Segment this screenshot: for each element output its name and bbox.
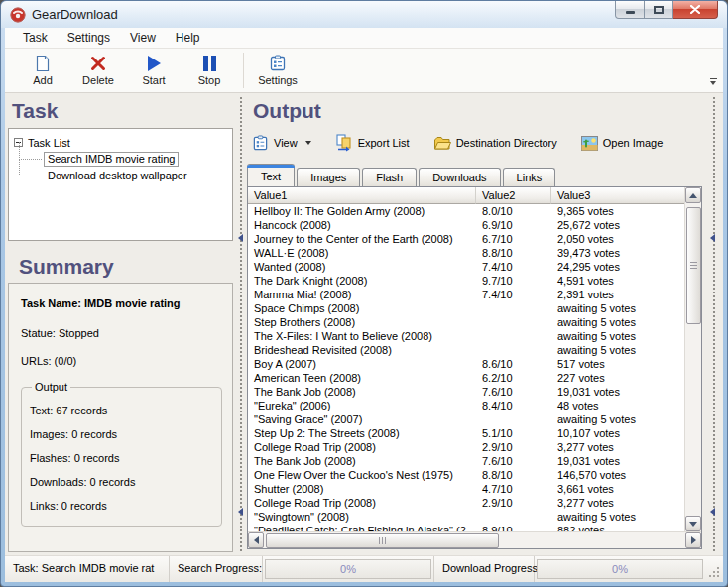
horizontal-scrollbar[interactable]: [248, 531, 701, 548]
close-button[interactable]: [673, 1, 718, 19]
table-row[interactable]: The X-Files: I Want to Believe (2008) aw…: [248, 329, 684, 343]
column-header-value2[interactable]: Value2: [476, 187, 551, 204]
cell-rating: 9.7/10: [476, 274, 551, 288]
pause-icon: [203, 55, 216, 72]
splitter-collapse-icon[interactable]: [238, 234, 243, 242]
maximize-button[interactable]: [645, 1, 673, 19]
horizontal-scroll-thumb[interactable]: [266, 533, 499, 548]
delete-button[interactable]: Delete: [70, 51, 126, 90]
table-row[interactable]: Hellboy II: The Golden Army (2008) 8.0/1…: [248, 204, 684, 218]
export-list-button[interactable]: Export List: [335, 134, 410, 152]
cell-title: Boy A (2007): [248, 357, 476, 371]
cell-title: Hellboy II: The Golden Army (2008): [248, 204, 476, 218]
column-header-value3[interactable]: Value3: [551, 187, 684, 204]
new-document-icon: [35, 55, 51, 72]
add-button[interactable]: Add: [15, 51, 70, 90]
chevron-down-icon: [305, 141, 311, 145]
splitter-collapse-icon[interactable]: [238, 508, 243, 516]
table-row[interactable]: Wanted (2008) 7.4/10 24,295 votes: [248, 260, 684, 274]
table-row[interactable]: American Teen (2008) 6.2/10 227 votes: [248, 371, 684, 385]
cell-rating: 8.6/10: [476, 357, 551, 371]
destination-directory-button[interactable]: Destination Directory: [433, 136, 557, 151]
table-row[interactable]: Hancock (2008) 6.9/10 25,672 votes: [248, 218, 684, 232]
toolbar-overflow-chevron[interactable]: [705, 73, 721, 89]
panel-splitter[interactable]: [236, 93, 246, 555]
table-row[interactable]: The Bank Job (2008) 7.6/10 19,031 votes: [248, 454, 684, 468]
table-row[interactable]: Space Chimps (2008) awaiting 5 votes: [248, 301, 684, 315]
tab[interactable]: Text: [247, 164, 295, 186]
cell-rating: 7.6/10: [476, 454, 551, 468]
vertical-scrollbar[interactable]: [684, 187, 701, 531]
open-folder-icon: [433, 136, 451, 151]
menu-item[interactable]: Help: [166, 29, 210, 47]
view-button[interactable]: View: [252, 135, 311, 152]
menu-item[interactable]: View: [120, 29, 166, 47]
cell-rating: 8.9/10: [476, 524, 551, 531]
resize-grip[interactable]: [705, 556, 723, 582]
cell-title: Shutter (2008): [248, 482, 476, 496]
tree-item[interactable]: Download desktop wallpaper: [31, 168, 230, 184]
splitter-collapse-icon[interactable]: [710, 508, 715, 516]
menu-item[interactable]: Settings: [58, 29, 120, 47]
scroll-left-button[interactable]: [248, 532, 264, 548]
cell-votes: awaiting 5 votes: [551, 343, 684, 357]
menu-item[interactable]: Task: [13, 29, 58, 47]
cell-votes: 2,050 votes: [551, 232, 684, 246]
right-splitter[interactable]: [705, 93, 723, 555]
cell-title: Brideshead Revisited (2008): [248, 343, 476, 357]
table-row[interactable]: College Road Trip (2008) 2.9/10 3,277 vo…: [248, 496, 684, 510]
vertical-scroll-thumb[interactable]: [686, 207, 701, 324]
column-header-value1[interactable]: Value1: [248, 187, 476, 204]
table-row[interactable]: Brideshead Revisited (2008) awaiting 5 v…: [248, 343, 684, 357]
tab[interactable]: Flash: [362, 168, 417, 186]
title-bar[interactable]: GearDownload: [1, 1, 727, 28]
cell-rating: 4.7/10: [476, 482, 551, 496]
table-row[interactable]: "Deadliest Catch: Crab Fishing in Alaska…: [248, 524, 684, 531]
output-tabs: TextImagesFlashDownloadsLinks: [247, 164, 705, 186]
table-row[interactable]: WALL·E (2008) 8.8/10 39,473 votes: [248, 246, 684, 260]
table-row[interactable]: Boy A (2007) 8.6/10 517 votes: [248, 357, 684, 371]
tab[interactable]: Links: [503, 168, 556, 186]
table-row[interactable]: The Bank Job (2008) 7.6/10 19,031 votes: [248, 385, 684, 399]
tab[interactable]: Downloads: [419, 168, 500, 186]
summary-output-line: Images: 0 records: [30, 424, 213, 448]
table-row[interactable]: "Swingtown" (2008) awaiting 5 votes: [248, 510, 684, 524]
scroll-up-button[interactable]: [685, 187, 701, 203]
table-row[interactable]: Step Up 2: The Streets (2008) 5.1/10 10,…: [248, 426, 684, 440]
table-row[interactable]: Shutter (2008) 4.7/10 3,661 votes: [248, 482, 684, 496]
tab[interactable]: Images: [297, 168, 360, 186]
landscape-picture-icon: [581, 136, 598, 151]
clipboard-list-icon: [269, 55, 287, 72]
table-row[interactable]: One Flew Over the Cuckoo's Nest (1975) 8…: [248, 468, 684, 482]
settings-button[interactable]: Settings: [250, 51, 305, 90]
splitter-collapse-icon[interactable]: [710, 234, 715, 242]
cell-rating: 6.7/10: [476, 232, 551, 246]
results-table: Value1 Value2 Value3 Hellboy II: The Gol…: [247, 186, 702, 549]
tree-item[interactable]: Search IMDB movie rating: [31, 151, 230, 168]
table-row[interactable]: The Dark Knight (2008) 9.7/10 4,591 vote…: [248, 274, 684, 288]
table-row[interactable]: "Saving Grace" (2007) awaiting 5 votes: [248, 412, 684, 426]
table-row[interactable]: "Eureka" (2006) 8.4/10 48 votes: [248, 399, 684, 412]
cell-title: "Deadliest Catch: Crab Fishing in Alaska…: [248, 524, 476, 531]
cell-rating: [476, 315, 551, 329]
table-row[interactable]: Mamma Mia! (2008) 7.4/10 2,391 votes: [248, 288, 684, 301]
summary-output-line: Downloads: 0 records: [30, 472, 213, 496]
table-row[interactable]: Journey to the Center of the Earth (2008…: [248, 232, 684, 246]
cell-title: The X-Files: I Want to Believe (2008): [248, 329, 476, 343]
table-row[interactable]: Step Brothers (2008) awaiting 5 votes: [248, 315, 684, 329]
table-row[interactable]: College Road Trip (2008) 2.9/10 3,277 vo…: [248, 440, 684, 454]
scroll-down-button[interactable]: [685, 516, 701, 531]
start-button[interactable]: Start: [126, 51, 182, 90]
tree-root[interactable]: Task List: [11, 134, 230, 151]
cell-title: Wanted (2008): [248, 260, 476, 274]
cell-votes: 3,277 votes: [551, 496, 684, 510]
cell-rating: 2.9/10: [476, 440, 551, 454]
minimize-button[interactable]: [615, 1, 645, 19]
cell-rating: 7.4/10: [476, 288, 551, 301]
scroll-right-button[interactable]: [685, 532, 701, 548]
window-title: GearDownload: [32, 7, 118, 22]
stop-button[interactable]: Stop: [182, 51, 237, 90]
cell-title: WALL·E (2008): [248, 246, 476, 260]
open-image-button[interactable]: Open Image: [581, 136, 664, 151]
cell-rating: [476, 329, 551, 343]
